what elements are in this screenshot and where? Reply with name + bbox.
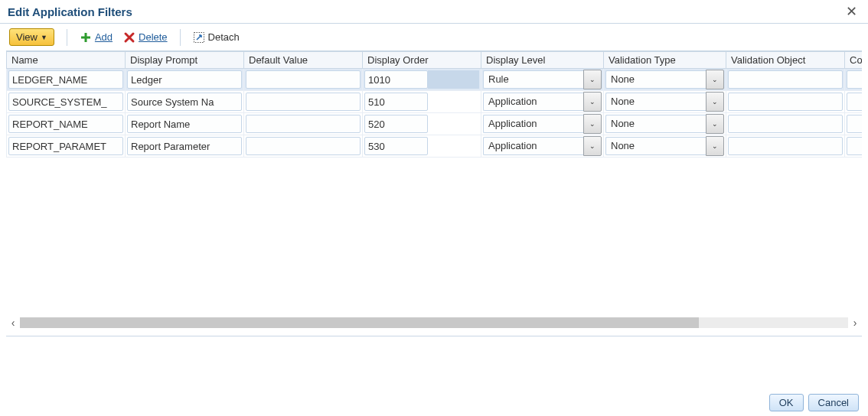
validation_object-input[interactable] bbox=[728, 93, 843, 111]
validation_type-value: None bbox=[605, 93, 706, 111]
default_value-input[interactable] bbox=[246, 115, 361, 133]
svg-rect-1 bbox=[81, 36, 90, 38]
separator bbox=[180, 29, 181, 46]
chevron-down-icon[interactable]: ⌄ bbox=[706, 114, 724, 134]
chevron-down-icon[interactable]: ⌄ bbox=[583, 136, 602, 156]
validation_type-value: None bbox=[605, 70, 706, 89]
col-display-level[interactable]: Display Level bbox=[481, 52, 604, 69]
display_prompt-input[interactable] bbox=[127, 70, 242, 89]
scroll-right-icon[interactable]: › bbox=[848, 317, 862, 329]
add-button[interactable]: Add bbox=[80, 31, 113, 44]
table-row[interactable]: Application⌄None⌄ bbox=[7, 113, 863, 135]
table-body: Rule⌄None⌄Application⌄None⌄Application⌄N… bbox=[7, 69, 863, 158]
separator bbox=[67, 29, 67, 46]
detach-icon bbox=[193, 31, 205, 44]
close-icon[interactable]: ✕ bbox=[843, 5, 860, 18]
filters-table: Name Display Prompt Default Value Displa… bbox=[6, 51, 862, 158]
grid-scroll-area: Name Display Prompt Default Value Displa… bbox=[6, 51, 862, 311]
table-row[interactable]: Application⌄None⌄ bbox=[7, 135, 863, 158]
toolbar: View ▼ Add Delete Detach bbox=[0, 24, 868, 50]
validation_object-input[interactable] bbox=[728, 115, 843, 133]
grid-container: Name Display Prompt Default Value Displa… bbox=[6, 50, 862, 311]
title-bar: Edit Application Filters ✕ bbox=[0, 0, 868, 20]
view-menu-button[interactable]: View ▼ bbox=[9, 28, 54, 46]
name-input[interactable] bbox=[8, 93, 123, 111]
display_level-select[interactable]: Application⌄ bbox=[483, 136, 602, 156]
col-default-value[interactable]: Default Value bbox=[244, 52, 363, 69]
condition-input[interactable] bbox=[847, 115, 862, 133]
display_level-value: Rule bbox=[483, 70, 583, 89]
name-input[interactable] bbox=[8, 115, 123, 133]
cell-spacer bbox=[428, 93, 480, 111]
ok-button[interactable]: OK bbox=[769, 394, 804, 411]
add-label: Add bbox=[95, 31, 113, 43]
table-header: Name Display Prompt Default Value Displa… bbox=[7, 52, 863, 69]
scroll-left-icon[interactable]: ‹ bbox=[6, 317, 20, 329]
validation_type-value: None bbox=[605, 115, 706, 133]
validation_type-value: None bbox=[605, 137, 706, 155]
delete-label: Delete bbox=[139, 31, 168, 43]
display-order-input[interactable] bbox=[364, 115, 428, 133]
edit-application-filters-dialog: Edit Application Filters ✕ View ▼ Add De… bbox=[0, 0, 868, 416]
chevron-down-icon: ▼ bbox=[41, 34, 47, 41]
display_level-select[interactable]: Rule⌄ bbox=[483, 70, 602, 89]
validation_type-select[interactable]: None⌄ bbox=[605, 70, 724, 89]
dialog-footer: OK Cancel bbox=[769, 394, 859, 411]
chevron-down-icon[interactable]: ⌄ bbox=[583, 114, 602, 134]
plus-icon bbox=[80, 31, 92, 44]
cell-spacer bbox=[428, 70, 480, 89]
table-row[interactable]: Rule⌄None⌄ bbox=[7, 69, 863, 91]
chevron-down-icon[interactable]: ⌄ bbox=[583, 70, 602, 89]
display_prompt-input[interactable] bbox=[127, 93, 242, 111]
divider bbox=[6, 336, 862, 336]
view-menu-label: View bbox=[16, 31, 38, 43]
col-name[interactable]: Name bbox=[7, 52, 126, 69]
col-display-prompt[interactable]: Display Prompt bbox=[126, 52, 244, 69]
horizontal-scrollbar[interactable]: ‹ › bbox=[6, 316, 862, 330]
display_level-select[interactable]: Application⌄ bbox=[483, 114, 602, 134]
col-condition[interactable]: Co bbox=[845, 52, 863, 69]
default_value-input[interactable] bbox=[246, 70, 361, 89]
display-order-input[interactable] bbox=[364, 137, 428, 155]
display-order-input[interactable] bbox=[364, 70, 428, 89]
delete-x-icon bbox=[123, 31, 135, 44]
cell-spacer bbox=[428, 115, 480, 133]
condition-input[interactable] bbox=[847, 70, 862, 89]
default_value-input[interactable] bbox=[246, 93, 361, 111]
detach-label: Detach bbox=[208, 31, 240, 43]
validation_type-select[interactable]: None⌄ bbox=[605, 136, 724, 156]
cell-spacer bbox=[428, 137, 480, 155]
scroll-track[interactable] bbox=[20, 317, 848, 328]
delete-button[interactable]: Delete bbox=[123, 31, 168, 44]
display_level-value: Application bbox=[483, 115, 583, 133]
chevron-down-icon[interactable]: ⌄ bbox=[583, 92, 602, 112]
display_level-value: Application bbox=[483, 93, 583, 111]
detach-button[interactable]: Detach bbox=[193, 31, 240, 44]
col-validation-type[interactable]: Validation Type bbox=[604, 52, 726, 69]
display_level-value: Application bbox=[483, 137, 583, 155]
condition-input[interactable] bbox=[847, 137, 862, 155]
cancel-button[interactable]: Cancel bbox=[808, 394, 859, 411]
chevron-down-icon[interactable]: ⌄ bbox=[706, 136, 724, 156]
table-row[interactable]: Application⌄None⌄ bbox=[7, 91, 863, 113]
scroll-thumb[interactable] bbox=[20, 317, 699, 328]
name-input[interactable] bbox=[8, 70, 123, 89]
col-validation-object[interactable]: Validation Object bbox=[726, 52, 845, 69]
condition-input[interactable] bbox=[847, 93, 862, 111]
validation_type-select[interactable]: None⌄ bbox=[605, 114, 724, 134]
dialog-title: Edit Application Filters bbox=[8, 5, 132, 18]
display_level-select[interactable]: Application⌄ bbox=[483, 92, 602, 112]
chevron-down-icon[interactable]: ⌄ bbox=[706, 70, 724, 89]
default_value-input[interactable] bbox=[246, 137, 361, 155]
name-input[interactable] bbox=[8, 137, 123, 155]
validation_object-input[interactable] bbox=[728, 137, 843, 155]
validation_type-select[interactable]: None⌄ bbox=[605, 92, 724, 112]
display_prompt-input[interactable] bbox=[127, 137, 242, 155]
validation_object-input[interactable] bbox=[728, 70, 843, 89]
chevron-down-icon[interactable]: ⌄ bbox=[706, 92, 724, 112]
display-order-input[interactable] bbox=[364, 93, 428, 111]
display_prompt-input[interactable] bbox=[127, 115, 242, 133]
col-display-order[interactable]: Display Order bbox=[363, 52, 481, 69]
